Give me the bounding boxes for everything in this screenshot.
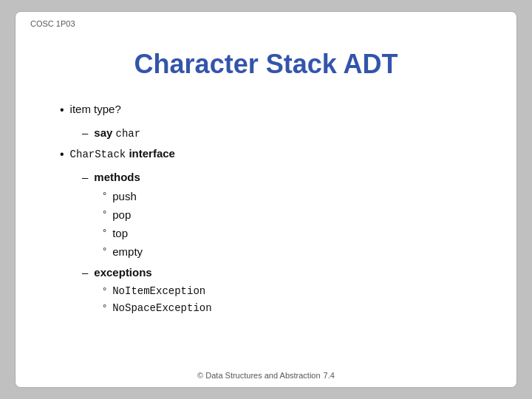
dash-3: – <box>82 264 88 282</box>
exceptions-label: exceptions <box>94 264 151 282</box>
method-empty: ° empty <box>103 243 487 261</box>
method-empty-text: empty <box>112 243 143 261</box>
methods-label: methods <box>94 168 140 186</box>
interface-text: interface <box>129 147 175 160</box>
bullet-charstack: • CharStack interface <box>60 145 487 164</box>
exceptions-list: ° NoItemException ° NoSpaceException <box>103 283 487 317</box>
bullet-dot-2: • <box>60 145 64 164</box>
method-push-text: push <box>112 188 137 205</box>
method-push: ° push <box>103 188 487 205</box>
bullet-item-type-text: item type? <box>70 100 121 118</box>
bullet-charstack-text: CharStack interface <box>70 145 175 163</box>
slide: COSC 1P03 Character Stack ADT • item typ… <box>15 11 517 388</box>
footer: © Data Structures and Abstraction 7.4 <box>16 371 516 380</box>
slide-title: Character Stack ADT <box>45 49 487 80</box>
dash-2: – <box>82 168 88 186</box>
methods-list: ° push ° pop ° top ° empty <box>103 188 487 261</box>
say-label: say <box>94 126 112 139</box>
method-top-text: top <box>112 225 128 242</box>
exception-noitem: ° NoItemException <box>103 283 487 299</box>
method-pop: ° pop <box>103 206 487 224</box>
method-top: ° top <box>103 225 487 242</box>
circle-1: ° <box>103 188 106 204</box>
circle-6: ° <box>103 300 106 316</box>
bullet1-sub1: – say char <box>82 124 487 142</box>
footer-copyright: © Data Structures and Abstraction <box>197 371 320 380</box>
footer-page: 7.4 <box>324 371 335 380</box>
circle-3: ° <box>103 225 106 241</box>
nospace-exception-text: NoSpaceException <box>112 300 211 316</box>
bullet2-sublist: – methods ° push ° pop ° top ° empt <box>82 168 487 317</box>
bullet-dot-1: • <box>60 100 64 120</box>
slide-content: • item type? – say char • CharStack inte… <box>45 100 487 365</box>
exception-nospace: ° NoSpaceException <box>103 300 487 316</box>
circle-5: ° <box>103 283 106 299</box>
bullet1-sublist: – say char <box>82 124 487 142</box>
dash-1: – <box>82 124 88 142</box>
methods-item: – methods <box>82 168 487 186</box>
method-pop-text: pop <box>112 206 131 224</box>
circle-4: ° <box>103 243 106 259</box>
circle-2: ° <box>103 206 106 222</box>
bullet1-sub1-text: say char <box>94 124 140 142</box>
noitem-exception-text: NoItemException <box>112 283 205 299</box>
char-value: char <box>116 128 141 140</box>
exceptions-item: – exceptions <box>82 264 487 282</box>
course-label: COSC 1P03 <box>30 19 75 28</box>
charstack-prefix: CharStack <box>70 149 126 160</box>
bullet-item-type: • item type? <box>60 100 487 120</box>
